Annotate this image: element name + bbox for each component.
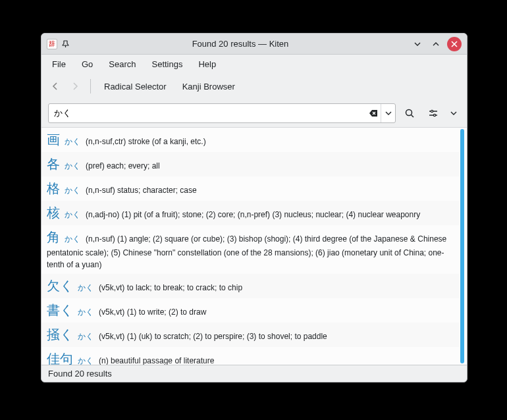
result-entry[interactable]: 佳句 かく (n) beautiful passage of literatur… [41, 347, 459, 365]
results-area: 画 かく (n,n-suf,ctr) stroke (of a kanji, e… [41, 127, 467, 365]
scrollbar-thumb[interactable] [460, 129, 464, 363]
scrollbar[interactable] [459, 129, 466, 363]
maximize-button[interactable] [429, 37, 443, 51]
menu-file[interactable]: File [45, 57, 72, 71]
toolbar-separator [90, 79, 91, 93]
entry-reading[interactable]: かく [78, 283, 93, 292]
entry-reading[interactable]: かく [65, 186, 80, 195]
entry-reading[interactable]: かく [78, 307, 93, 317]
result-entry[interactable]: 各 かく (pref) each; every; all [41, 152, 459, 176]
titlebar: 辞 Found 20 results — Kiten [41, 34, 467, 55]
menu-settings[interactable]: Settings [146, 57, 190, 71]
entry-reading[interactable]: かく [65, 210, 80, 219]
entry-kanji[interactable]: 角 [47, 230, 60, 244]
entry-kanji[interactable]: 各 [47, 157, 60, 171]
kanji-browser-button[interactable]: Kanji Browser [176, 79, 242, 94]
svg-point-2 [433, 114, 435, 116]
clear-search-icon[interactable] [366, 106, 381, 120]
entry-definition: (v5k,vt) (1) (uk) to scratch; (2) to per… [99, 332, 327, 341]
menubar: File Go Search Settings Help [41, 55, 467, 73]
forward-button[interactable] [67, 78, 84, 95]
result-entry[interactable]: 書く かく (v5k,vt) (1) to write; (2) to draw [41, 298, 459, 323]
statusbar: Found 20 results [41, 365, 467, 382]
search-input[interactable] [49, 109, 366, 118]
result-entry[interactable]: 格 かく (n,n-suf) status; character; case [41, 176, 459, 201]
search-history-dropdown[interactable] [381, 104, 395, 122]
minimize-button[interactable] [410, 37, 425, 51]
entry-reading[interactable]: かく [65, 161, 80, 171]
menu-search[interactable]: Search [102, 57, 142, 71]
result-entry[interactable]: 欠く かく (v5k,vt) to lack; to break; to cra… [41, 274, 459, 298]
result-entry[interactable]: 角 かく (n,n-suf) (1) angle; (2) square (or… [41, 225, 459, 274]
search-field-wrap [48, 103, 396, 123]
entry-definition: (v5k,vt) (1) to write; (2) to draw [99, 307, 206, 317]
search-row [41, 99, 467, 127]
entry-definition: (n,n-suf,ctr) stroke (of a kanji, etc.) [86, 137, 206, 146]
entry-kanji[interactable]: 画 [47, 132, 60, 147]
filter-settings-button[interactable] [423, 103, 443, 123]
entry-kanji[interactable]: 欠く [47, 278, 73, 293]
svg-point-0 [406, 110, 412, 116]
entry-definition: (v5k,vt) to lack; to break; to crack; to… [99, 283, 242, 292]
pin-icon[interactable] [61, 39, 70, 49]
toolbar: Radical Selector Kanji Browser [41, 73, 467, 99]
entry-kanji[interactable]: 佳句 [47, 352, 73, 365]
results-list[interactable]: 画 かく (n,n-suf,ctr) stroke (of a kanji, e… [41, 128, 459, 365]
entry-definition: (pref) each; every; all [86, 161, 160, 171]
entry-reading[interactable]: かく [65, 234, 80, 244]
entry-kanji[interactable]: 書く [47, 303, 73, 317]
close-button[interactable] [447, 37, 462, 51]
result-entry[interactable]: 画 かく (n,n-suf,ctr) stroke (of a kanji, e… [41, 128, 459, 152]
entry-reading[interactable]: かく [65, 137, 80, 146]
radical-selector-button[interactable]: Radical Selector [97, 79, 173, 94]
svg-point-1 [431, 110, 433, 112]
filter-dropdown[interactable] [447, 103, 460, 123]
search-button[interactable] [400, 103, 419, 123]
entry-kanji[interactable]: 核 [47, 205, 60, 220]
result-entry[interactable]: 掻く かく (v5k,vt) (1) (uk) to scratch; (2) … [41, 323, 459, 347]
app-window: 辞 Found 20 results — Kiten File Go Searc… [41, 33, 467, 382]
back-button[interactable] [47, 78, 64, 95]
menu-go[interactable]: Go [75, 57, 99, 71]
entry-reading[interactable]: かく [78, 356, 93, 365]
result-entry[interactable]: 核 かく (n,adj-no) (1) pit (of a fruit); st… [41, 201, 459, 225]
entry-reading[interactable]: かく [78, 332, 93, 341]
entry-kanji[interactable]: 掻く [47, 327, 73, 342]
menu-help[interactable]: Help [192, 57, 223, 71]
status-text: Found 20 results [48, 369, 112, 379]
entry-definition: (n,n-suf) status; character; case [86, 186, 197, 195]
app-icon: 辞 [47, 39, 57, 49]
entry-definition: (n,adj-no) (1) pit (of a fruit); stone; … [86, 210, 420, 219]
entry-definition: (n,n-suf) (1) angle; (2) square (or cube… [47, 234, 446, 269]
entry-definition: (n) beautiful passage of literature [99, 356, 214, 365]
entry-kanji[interactable]: 格 [47, 181, 60, 196]
window-title: Found 20 results — Kiten [74, 39, 406, 49]
